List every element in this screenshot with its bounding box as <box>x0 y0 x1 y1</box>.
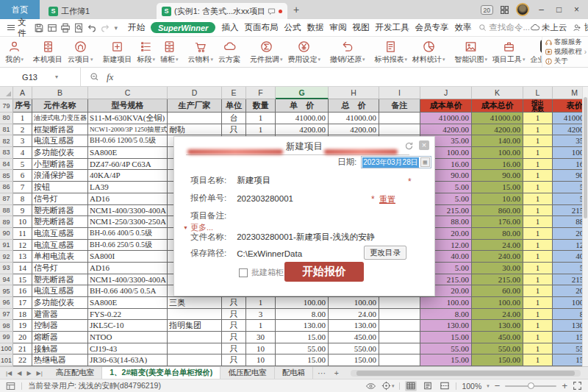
cell-C87[interactable]: AD16 <box>88 193 168 205</box>
cell-D99[interactable] <box>168 332 222 343</box>
cell-A80[interactable]: 1 <box>13 113 32 124</box>
vertical-scrollbar[interactable] <box>582 87 588 366</box>
row-header-83[interactable]: 83 <box>0 147 13 159</box>
zoom-caret-icon[interactable]: ▾ <box>487 383 490 389</box>
cell-H98[interactable]: 130.00 <box>329 320 379 332</box>
ribbon-item-撤销/还原[interactable]: 撤销/还原▾ <box>328 38 368 67</box>
print-icon[interactable] <box>60 23 71 33</box>
cell-A83[interactable]: 4 <box>13 147 32 159</box>
cell-F81[interactable]: 1 <box>246 124 276 136</box>
cell-K100[interactable]: 550.00 <box>472 343 523 355</box>
cell-K81[interactable]: 4200.00 <box>472 124 523 136</box>
column-header-C[interactable]: C <box>88 87 168 99</box>
cell-A85[interactable]: 6 <box>13 170 32 182</box>
ribbon-item-我的[interactable]: 我的▾ <box>3 38 26 67</box>
cell-K86[interactable]: 15.00 <box>472 182 523 193</box>
ribbon-item-元件批调[interactable]: 元件批调▾ <box>248 38 286 67</box>
cell-L98[interactable]: 1 <box>523 320 553 332</box>
menu-item-开发工具[interactable]: 开发工具 <box>375 22 409 33</box>
cell-G79[interactable]: 单 价 <box>276 99 329 113</box>
cell-J80[interactable]: 41000.00 <box>420 113 472 124</box>
undo-icon[interactable] <box>87 23 97 33</box>
column-header-D[interactable]: D <box>168 87 222 99</box>
doc-tab-active[interactable]: S (实例1: 含美式...水xx项目-张三 <box>157 3 287 19</box>
cell-D98[interactable]: 指明集团 <box>168 320 222 332</box>
row-header-99[interactable]: 99 <box>0 332 13 343</box>
cell-H79[interactable]: 总 价 <box>329 99 379 113</box>
cell-K95[interactable]: 60.00 <box>472 285 523 297</box>
cell-A89[interactable]: 10 <box>13 216 32 228</box>
cell-B82[interactable]: 电流互感器 <box>32 135 88 147</box>
cell-I100[interactable] <box>379 343 420 355</box>
cell-L100[interactable]: 1 <box>523 343 553 355</box>
cell-L93[interactable]: 1 <box>523 263 553 274</box>
cell-K99[interactable]: 450.00 <box>472 332 523 343</box>
cell-L91[interactable]: 1 <box>523 240 553 252</box>
cell-K101[interactable]: 150.00 <box>472 354 523 366</box>
change-directory-button[interactable]: 更改目录 <box>364 246 406 260</box>
cell-E81[interactable]: 只 <box>222 124 246 136</box>
cell-A81[interactable]: 2 <box>13 124 32 136</box>
cell-E98[interactable]: 只 <box>222 320 246 332</box>
sheet-tab-more-icon[interactable]: ⋯ <box>313 368 330 377</box>
cell-L101[interactable]: 1 <box>523 354 553 366</box>
cell-K94[interactable]: 215.00 <box>472 274 523 286</box>
column-header-F[interactable]: F <box>246 87 276 99</box>
cell-C84[interactable]: DZ47-60/4P C63A <box>88 159 168 171</box>
cell-A96[interactable]: 17 <box>13 297 32 309</box>
cell-E79[interactable]: 单位 <box>222 99 246 113</box>
row-header-89[interactable]: 89 <box>0 216 13 228</box>
column-header-G[interactable]: G <box>276 87 329 99</box>
cell-H99[interactable]: 450.00 <box>329 332 379 343</box>
menu-item-页面布局[interactable]: 页面布局 <box>244 22 278 33</box>
print-preview-icon[interactable] <box>74 23 84 33</box>
eye-protection-icon[interactable] <box>365 382 376 391</box>
cell-G81[interactable]: 4200.00 <box>276 124 329 136</box>
cell-C90[interactable]: BH-0.66 400/5 0.5级 <box>88 228 168 240</box>
sheet-tab-低压配电室[interactable]: 低压配电室 <box>220 367 275 379</box>
column-header-A[interactable]: A <box>13 87 32 99</box>
start-quote-button[interactable]: 开始报价 <box>284 262 364 282</box>
magnifier-icon[interactable] <box>90 72 99 82</box>
cell-G101[interactable]: 15.00 <box>276 354 329 366</box>
cell-B96[interactable]: 多功能仪表 <box>32 297 88 309</box>
cell-A87[interactable]: 8 <box>13 193 32 205</box>
cell-K98[interactable]: 130.00 <box>472 320 523 332</box>
cell-E101[interactable]: 只 <box>222 354 246 366</box>
column-header-J[interactable]: J <box>420 87 472 99</box>
row-header-85[interactable]: 85 <box>0 170 13 182</box>
apps-grid-icon[interactable] <box>500 5 509 15</box>
cell-C93[interactable]: AD16 <box>88 263 168 274</box>
cell-E100[interactable]: 只 <box>222 343 246 355</box>
cell-A101[interactable]: 22 <box>13 354 32 366</box>
row-header-100[interactable]: 100 <box>0 343 13 355</box>
row-header-93[interactable]: 93 <box>0 263 13 274</box>
zoom-slider-knob[interactable] <box>528 382 534 389</box>
row-header-98[interactable]: 98 <box>0 320 13 332</box>
cell-J96[interactable]: 100.00 <box>420 297 472 309</box>
cell-B91[interactable]: 电流互感器 <box>32 240 88 252</box>
row-header-86[interactable]: 86 <box>0 182 13 193</box>
cell-B88[interactable]: 塑壳断路器 <box>32 205 88 217</box>
ribbon-item-费用设定[interactable]: 费用设定▾ <box>285 38 323 67</box>
row-header-92[interactable]: 92 <box>0 251 13 263</box>
page-layout-view-icon[interactable] <box>422 381 434 391</box>
row-header-94[interactable]: 94 <box>0 274 13 286</box>
ribbon-link-客服服务[interactable]: 客服服务 <box>545 38 583 47</box>
row-header-88[interactable]: 88 <box>0 205 13 217</box>
cell-K79[interactable]: 成本总价 <box>472 99 523 113</box>
file-menu[interactable]: 文件 <box>18 17 26 39</box>
horizontal-scrollbar[interactable] <box>351 370 581 377</box>
cell-B98[interactable]: 控制器 <box>32 320 88 332</box>
row-header-101[interactable]: 101 <box>0 354 13 366</box>
cell-J100[interactable]: 55.00 <box>420 343 472 355</box>
row-header-96[interactable]: 96 <box>0 297 13 309</box>
cell-I99[interactable] <box>379 332 420 343</box>
menu-item-数据[interactable]: 数据 <box>306 22 323 33</box>
cell-B80[interactable]: 油浸式电力变压器 <box>32 113 88 124</box>
column-header-E[interactable]: E <box>222 87 246 99</box>
ribbon-item-材料统计[interactable]: 材料统计▾ <box>409 38 448 67</box>
menu-item-视图[interactable]: 视图 <box>352 22 369 33</box>
page-break-view-icon[interactable] <box>439 381 451 391</box>
cell-A86[interactable]: 7 <box>13 182 32 193</box>
